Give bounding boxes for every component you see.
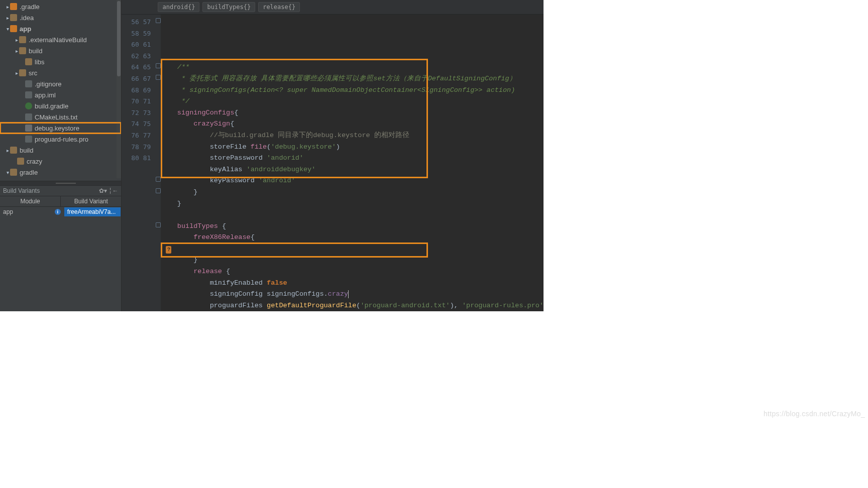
fold-toggle-icon[interactable] (156, 177, 161, 182)
bv-variant-name: freeArmeabiV7a... (67, 208, 116, 215)
folder-or-icon (10, 25, 17, 32)
editor-area: android{}buildTypes{}release{} 56 57 58 … (122, 0, 544, 311)
expand-arrow-icon[interactable]: ▸ (14, 48, 19, 54)
tree-scroll-thumb[interactable] (117, 1, 121, 76)
file-icon (25, 113, 32, 120)
file-icon (25, 80, 32, 87)
code-area[interactable]: 56 57 58 59 60 61 62 63 64 65 66 67 68 6… (122, 15, 544, 311)
breadcrumb-item[interactable]: android{} (158, 2, 199, 12)
tree-node[interactable]: proguard-rules.pro (0, 134, 121, 145)
tree-scrollbar[interactable] (117, 0, 121, 178)
tree-label: .gradle (20, 3, 40, 11)
build-variant-row: app i freeArmeabiV7a... (0, 207, 121, 217)
tree-label: .idea (20, 14, 34, 22)
tree-node[interactable]: ▸.gradle (0, 1, 121, 12)
fold-toggle-icon[interactable] (156, 75, 161, 80)
tree-node[interactable]: crazy (0, 156, 121, 167)
folder-icon (19, 36, 26, 43)
expand-arrow-icon[interactable]: ▸ (14, 70, 19, 76)
tree-node[interactable]: ▸.externalNativeBuild (0, 34, 121, 45)
build-variants-label: Build Variants (3, 187, 40, 194)
tree-node[interactable]: ▸build (0, 145, 121, 156)
bv-col-variant: Build Variant (61, 196, 121, 206)
tree-label: .externalNativeBuild (29, 36, 87, 44)
fold-toggle-icon[interactable] (156, 63, 161, 68)
tree-label: libs (35, 58, 45, 66)
tree-label: src (29, 69, 37, 77)
file-icon (25, 91, 32, 98)
tree-node[interactable]: ▸.idea (0, 12, 121, 23)
breadcrumb-item[interactable]: release{} (258, 2, 300, 12)
file-icon (25, 136, 32, 143)
info-icon[interactable]: i (55, 209, 61, 215)
expand-arrow-icon[interactable]: ▸ (5, 148, 10, 153)
build-variants-gear-icon[interactable]: ✿▾ ╎← (99, 187, 118, 194)
tree-label: app.iml (35, 91, 56, 99)
tree-label: .gitignore (35, 80, 61, 88)
tree-node[interactable]: debug.keystore (0, 123, 121, 134)
bv-col-module: Module (0, 196, 61, 206)
project-tree[interactable]: ▸.gradle▸.idea▾app▸.externalNativeBuild▸… (0, 0, 121, 181)
tree-node[interactable]: ▸src (0, 67, 121, 78)
panel-divider[interactable] (0, 181, 121, 186)
tree-node[interactable]: CMakeLists.txt (0, 111, 121, 123)
key-icon (25, 125, 32, 132)
breadcrumb-item[interactable]: buildTypes{} (202, 2, 255, 12)
fold-toggle-icon[interactable] (156, 188, 161, 193)
tree-node[interactable]: ▸build (0, 45, 121, 56)
fold-toggle-icon[interactable] (156, 18, 161, 23)
tree-node[interactable]: .gitignore (0, 78, 121, 89)
expand-arrow-icon[interactable]: ▾ (5, 170, 10, 175)
tree-node[interactable]: app.iml (0, 89, 121, 100)
build-variants-panel: Build Variants ✿▾ ╎← Module Build Varian… (0, 186, 121, 311)
folder-icon (10, 147, 17, 154)
bv-variant-cell[interactable]: freeArmeabiV7a... (64, 207, 122, 217)
breadcrumb: android{}buildTypes{}release{} (122, 0, 544, 15)
folder-icon (10, 169, 17, 176)
bv-module-cell[interactable]: app i (0, 207, 64, 217)
left-column: ▸.gradle▸.idea▾app▸.externalNativeBuild▸… (0, 0, 122, 311)
tree-node[interactable]: ▾gradle (0, 167, 121, 178)
tree-node[interactable]: build.gradle (0, 100, 121, 111)
expand-arrow-icon[interactable]: ▸ (5, 15, 10, 21)
tree-label: debug.keystore (35, 125, 79, 132)
tree-label: proguard-rules.pro (35, 136, 88, 143)
tree-label: gradle (20, 169, 38, 176)
tree-label: build (20, 147, 33, 154)
code-text[interactable]: /** * 委托形式 用容器存放 具体需要配置哪些必须属性可以参照set方法（来… (161, 15, 544, 311)
line-number-gutter: 56 57 58 59 60 61 62 63 64 65 66 67 68 6… (122, 15, 155, 311)
tree-node[interactable]: ▾app (0, 23, 121, 34)
expand-arrow-icon[interactable]: ▸ (5, 4, 10, 10)
watermark: https://blog.csdn.net/CrazyMo_ (764, 410, 865, 418)
tree-label: crazy (27, 158, 42, 165)
expand-arrow-icon[interactable]: ▾ (5, 26, 10, 32)
ide-window: ▸.gradle▸.idea▾app▸.externalNativeBuild▸… (0, 0, 544, 311)
fold-bar[interactable] (155, 15, 161, 311)
gradle-icon (25, 102, 32, 109)
folder-icon (17, 158, 24, 165)
build-variants-title: Build Variants ✿▾ ╎← (0, 186, 121, 196)
expand-arrow-icon[interactable]: ▸ (14, 37, 19, 43)
tree-node[interactable]: libs (0, 56, 121, 67)
tree-label: app (20, 25, 31, 33)
fold-toggle-icon[interactable] (156, 222, 161, 227)
folder-icon (10, 14, 17, 21)
folder-icon (25, 58, 32, 65)
tree-label: build.gradle (35, 102, 68, 110)
folder-icon (19, 69, 26, 76)
text-caret (348, 290, 349, 298)
folder-or-icon (10, 3, 17, 10)
folder-icon (19, 47, 26, 54)
tree-label: CMakeLists.txt (35, 113, 77, 121)
tree-label: build (29, 47, 42, 55)
build-variants-header: Module Build Variant (0, 196, 121, 207)
bv-module-name: app (3, 208, 13, 215)
